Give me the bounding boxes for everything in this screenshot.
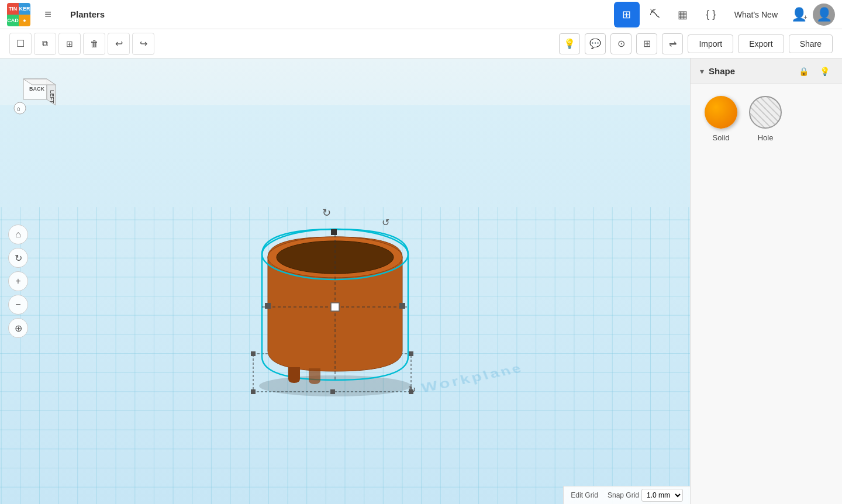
shapes-icon: ▦ (678, 8, 688, 21)
left-controls: ⌂ ↻ + − ⊕ (8, 225, 28, 338)
svg-text:LEFT: LEFT (49, 90, 55, 103)
svg-rect-79 (399, 303, 405, 309)
viewport[interactable]: Workplane ↻ (0, 58, 690, 504)
panel-title: Shape (709, 66, 791, 76)
comment-icon: 💬 (589, 38, 601, 49)
solid-label: Solid (713, 133, 730, 142)
main-area: Workplane ↻ (0, 58, 842, 504)
solid-option[interactable]: Solid (705, 96, 737, 142)
grid-view-btn[interactable]: ⊞ (614, 2, 640, 27)
svg-rect-67 (330, 389, 335, 394)
svg-text:BACK: BACK (29, 86, 44, 92)
svg-rect-75 (331, 303, 339, 311)
whats-new-btn[interactable]: What's New (726, 6, 786, 23)
panel-help-btn[interactable]: 💡 (816, 63, 833, 80)
undo-btn[interactable]: ↩ (108, 33, 130, 55)
hole-option[interactable]: Hole (749, 96, 782, 142)
help-icon: 💡 (820, 67, 830, 76)
layout-btn[interactable]: ⊞ (636, 33, 657, 54)
logo-cad: CAD (7, 15, 19, 26)
lightbulb-icon: 💡 (564, 38, 575, 49)
view-btn[interactable]: ⊙ (610, 33, 632, 54)
zoom-in-icon: + (15, 276, 20, 286)
snap-grid-item: Snap Grid 1.0 mm 0.5 mm 2.0 mm (608, 489, 683, 502)
panel-lock-btn[interactable]: 🔒 (795, 63, 812, 80)
tools-btn[interactable]: ⛏ (642, 2, 668, 27)
snap-grid-select[interactable]: 1.0 mm 0.5 mm 2.0 mm (641, 489, 683, 502)
cube-navigator[interactable]: BACK LEFT ⌂ (12, 70, 58, 117)
top-bar: TIN KER CAD ● ≡ Planters ⊞ ⛏ ▦ { } What'… (0, 0, 842, 29)
comment-btn[interactable]: 💬 (585, 33, 606, 54)
logo-dot: ● (19, 15, 30, 26)
copy-icon: ⊞ (66, 39, 73, 49)
home-view-btn[interactable]: ⌂ (8, 225, 28, 244)
redo-icon: ↪ (140, 38, 147, 49)
export-btn[interactable]: Export (738, 34, 784, 53)
logo-tin: TIN (7, 3, 19, 15)
view-cube-svg: BACK LEFT ⌂ (12, 70, 58, 117)
layout-icon: ⊞ (643, 38, 651, 49)
code-icon: { } (706, 8, 716, 20)
svg-rect-63 (409, 351, 413, 356)
svg-rect-64 (251, 389, 256, 394)
toolbar: ☐ ⧉ ⊞ 🗑 ↩ ↪ 💡 💬 ⊙ ⊞ ⇌ Import Export Shar… (0, 29, 842, 58)
svg-text:↻: ↻ (322, 207, 331, 219)
svg-rect-80 (331, 229, 337, 235)
lightbulb-btn[interactable]: 💡 (559, 33, 580, 54)
share-btn[interactable]: Share (789, 34, 833, 53)
menu-icon-btn[interactable]: ≡ (35, 2, 61, 27)
shapes-btn[interactable]: ▦ (670, 2, 696, 27)
status-bar: Edit Grid Snap Grid 1.0 mm 0.5 mm 2.0 mm (563, 486, 690, 504)
snap-grid-label: Snap Grid (608, 491, 639, 499)
user-avatar-btn[interactable]: 👤 (813, 4, 835, 26)
svg-rect-62 (251, 351, 256, 356)
avatar-icon: 👤 (816, 7, 832, 22)
add-user-btn[interactable]: 👤 + (788, 4, 810, 26)
svg-text:↺: ↺ (382, 218, 389, 227)
delete-btn[interactable]: 🗑 (83, 33, 105, 55)
right-panel: ▾ Shape 🔒 💡 Solid Hole ‹ (690, 58, 842, 504)
svg-rect-78 (265, 303, 271, 309)
3d-object-container[interactable]: ↻ (236, 181, 434, 403)
tinkercad-logo[interactable]: TIN KER CAD ● (7, 3, 30, 26)
new-shape-btn[interactable]: ☐ (9, 33, 32, 55)
copy-btn[interactable]: ⊞ (58, 33, 81, 55)
panel-collapse-btn[interactable]: ‹ (690, 270, 691, 293)
edit-grid-btn[interactable]: Edit Grid (571, 491, 598, 499)
code-btn[interactable]: { } (698, 2, 724, 27)
view-icon: ⊙ (617, 38, 625, 49)
hammer-icon: ⛏ (650, 8, 660, 20)
import-btn[interactable]: Import (688, 34, 733, 53)
trash-icon: 🗑 (90, 39, 99, 49)
hole-label: Hole (758, 133, 774, 142)
zoom-out-icon: − (15, 299, 20, 310)
mirror-btn[interactable]: ⇌ (662, 33, 683, 54)
edit-grid-item: Edit Grid (571, 491, 598, 499)
duplicate-icon: ⧉ (42, 39, 48, 49)
planter-object: ↻ (236, 181, 434, 403)
hole-circle[interactable] (749, 96, 782, 129)
new-shape-icon: ☐ (16, 38, 25, 49)
rotate-btn[interactable]: ↻ (8, 248, 28, 268)
svg-text:⌂: ⌂ (17, 105, 20, 112)
lock-icon: 🔒 (799, 67, 809, 76)
duplicate-btn[interactable]: ⧉ (34, 33, 56, 55)
solid-circle[interactable] (705, 96, 737, 129)
home-icon: ⌂ (15, 229, 21, 240)
fit-view-btn[interactable]: ⊕ (8, 318, 28, 338)
undo-icon: ↩ (115, 38, 123, 49)
panel-header: ▾ Shape 🔒 💡 (691, 58, 842, 84)
logo-ker: KER (19, 3, 30, 15)
shape-options: Solid Hole (691, 84, 842, 154)
svg-text:↻: ↻ (408, 385, 416, 395)
fit-icon: ⊕ (15, 323, 22, 334)
project-title: Planters (70, 9, 105, 19)
toolbar-right-group: 💡 💬 ⊙ ⊞ ⇌ Import Export Share (559, 33, 833, 54)
zoom-in-btn[interactable]: + (8, 271, 28, 291)
rotate-icon: ↻ (15, 253, 22, 264)
redo-btn[interactable]: ↪ (132, 33, 154, 55)
grid-icon: ⊞ (622, 8, 631, 21)
topbar-right: ⊞ ⛏ ▦ { } What's New 👤 + 👤 (614, 2, 835, 27)
mirror-icon: ⇌ (669, 38, 677, 49)
zoom-out-btn[interactable]: − (8, 295, 28, 315)
